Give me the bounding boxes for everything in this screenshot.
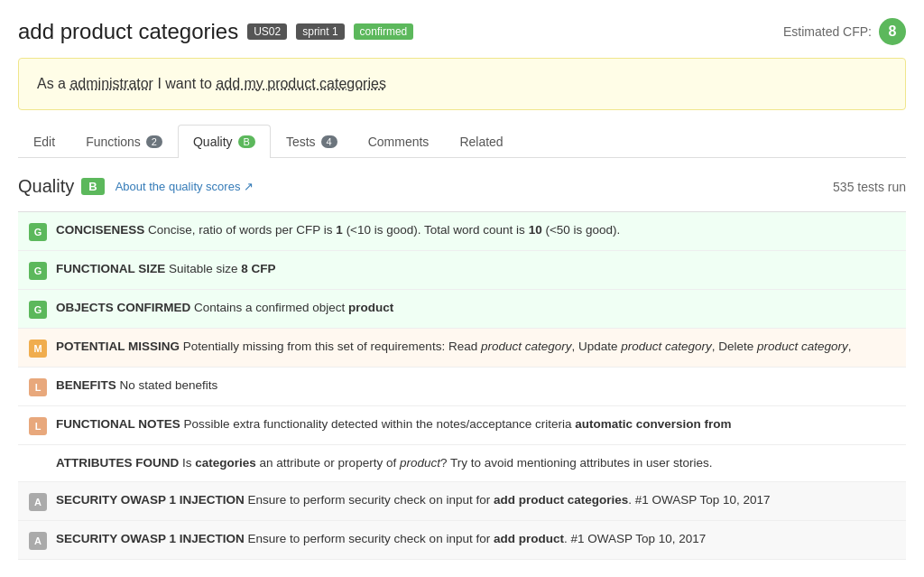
quality-item-functional-size: G FUNCTIONAL SIZE Suitable size 8 CFP (18, 251, 906, 290)
tab-edit-label: Edit (33, 135, 55, 149)
banner-middle: I want to (153, 76, 216, 91)
banner-prefix: As a (37, 76, 69, 91)
quality-list: G CONCISENESS Concise, ratio of words pe… (18, 211, 906, 560)
badge-g-icon: G (29, 262, 47, 280)
banner-link-admin[interactable]: administrator (69, 76, 152, 91)
tabs-container: Edit Functions 2 Quality B Tests 4 Comme… (18, 125, 906, 158)
potential-missing-text: POTENTIAL MISSING Potentially missing fr… (56, 338, 895, 356)
functional-size-text: FUNCTIONAL SIZE Suitable size 8 CFP (56, 260, 895, 278)
badge-g-icon: G (29, 223, 47, 241)
tab-quality-label: Quality (193, 135, 233, 149)
tab-related-label: Related (459, 135, 503, 149)
badge-l-icon-2: L (29, 417, 47, 435)
quality-item-attributes: ATTRIBUTES FOUND Is categories an attrib… (18, 445, 906, 482)
attributes-text: ATTRIBUTES FOUND Is categories an attrib… (56, 454, 895, 472)
tab-tests[interactable]: Tests 4 (271, 125, 353, 158)
tab-functions-count: 2 (146, 135, 162, 148)
security2-text: SECURITY OWASP 1 INJECTION Ensure to per… (56, 530, 895, 548)
tab-functions-label: Functions (86, 135, 141, 149)
page-header: add product categories US02 sprint 1 con… (18, 18, 906, 45)
cfp-label: Estimated CFP: (783, 24, 872, 39)
quality-title-text: Quality (18, 176, 74, 197)
quality-title: Quality B About the quality scores ↗ (18, 176, 254, 197)
badge-a-icon-2: A (29, 532, 47, 550)
conciseness-text: CONCISENESS Concise, ratio of words per … (56, 221, 895, 239)
badge-l-icon: L (29, 378, 47, 396)
badge-m-icon: M (29, 340, 47, 358)
quality-item-potential-missing: M POTENTIAL MISSING Potentially missing … (18, 329, 906, 368)
objects-confirmed-text: OBJECTS CONFIRMED Contains a confirmed o… (56, 299, 895, 317)
tab-comments-label: Comments (368, 135, 430, 149)
quality-item-conciseness: G CONCISENESS Concise, ratio of words pe… (18, 212, 906, 251)
quality-item-security-1: A SECURITY OWASP 1 INJECTION Ensure to p… (18, 482, 906, 521)
quality-header: Quality B About the quality scores ↗ 535… (18, 176, 906, 197)
tab-tests-count: 4 (321, 135, 337, 148)
security1-text: SECURITY OWASP 1 INJECTION Ensure to per… (56, 491, 895, 509)
quality-item-functional-notes: L FUNCTIONAL NOTES Possible extra functi… (18, 406, 906, 445)
tests-run-count: 535 tests run (833, 180, 906, 194)
tab-edit[interactable]: Edit (18, 125, 70, 158)
tab-quality-count: B (238, 135, 255, 148)
cfp-area: Estimated CFP: 8 (783, 18, 906, 45)
header-left: add product categories US02 sprint 1 con… (18, 19, 413, 44)
us-badge: US02 (247, 23, 287, 40)
quality-item-benefits: L BENEFITS No stated benefits (18, 368, 906, 406)
banner-link-action[interactable]: add my product categories (216, 76, 386, 91)
functional-notes-text: FUNCTIONAL NOTES Possible extra function… (56, 415, 895, 433)
tab-comments[interactable]: Comments (353, 125, 445, 158)
quality-about-link[interactable]: About the quality scores ↗ (116, 180, 254, 193)
cfp-value: 8 (879, 18, 906, 45)
sprint-badge: sprint 1 (296, 23, 344, 40)
badge-a-icon: A (29, 493, 47, 511)
tab-related[interactable]: Related (444, 125, 518, 158)
tab-functions[interactable]: Functions 2 (70, 125, 178, 158)
page-title: add product categories (18, 19, 238, 44)
story-banner: As a administrator I want to add my prod… (18, 58, 906, 110)
badge-g-icon: G (29, 301, 47, 319)
quality-grade-badge: B (81, 178, 104, 195)
tab-quality[interactable]: Quality B (178, 125, 271, 158)
quality-item-objects-confirmed: G OBJECTS CONFIRMED Contains a confirmed… (18, 290, 906, 329)
quality-item-security-2: A SECURITY OWASP 1 INJECTION Ensure to p… (18, 521, 906, 560)
benefits-text: BENEFITS No stated benefits (56, 377, 895, 395)
confirmed-badge: confirmed (354, 23, 414, 40)
tab-tests-label: Tests (286, 135, 316, 149)
